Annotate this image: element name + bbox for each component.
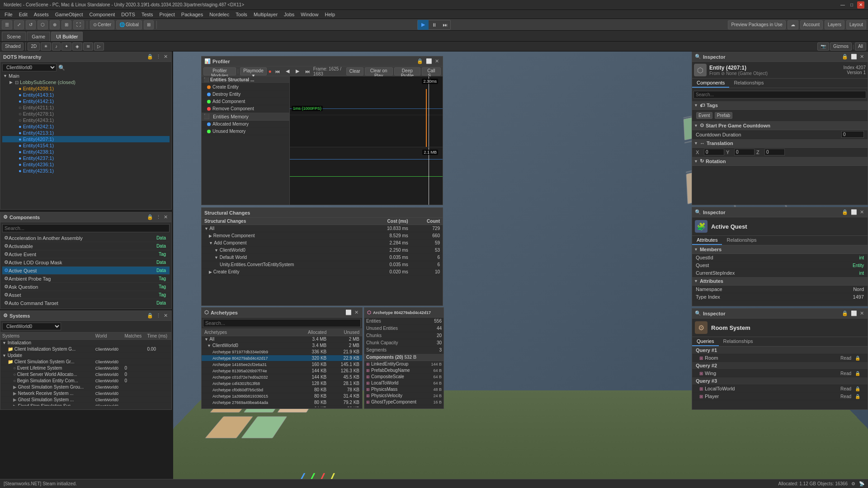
component-ask-question[interactable]: ⚙ Ask Question Tag [2,283,170,291]
profiler-close-button[interactable]: ✕ [434,58,440,64]
profiler-add-component[interactable]: Add Component [202,98,289,105]
z-input[interactable] [764,149,785,155]
pause-button[interactable]: ⏸ [429,20,439,30]
profiler-entities-memory[interactable]: ⬛ Entities Memory [202,113,289,121]
skybox-button[interactable]: ◈ [72,42,82,51]
archetypes-maximize-button[interactable]: ⬜ [344,310,353,315]
inspector3-tab-relationships[interactable]: Relationships [719,337,758,346]
global-button[interactable]: 🌐 Global [116,20,142,29]
menu-window[interactable]: Window [298,11,321,18]
anim-button[interactable]: ▷ [94,42,104,51]
inspector1-close-button[interactable]: ✕ [859,54,865,60]
inspector1-search[interactable] [693,91,866,99]
maximize-button[interactable]: □ [848,1,855,9]
preview-packages-button[interactable]: Preview Packages in Use [728,20,785,29]
profiler-back-button[interactable]: ⏮ [273,66,282,76]
struct-row-clientworld0[interactable]: ▼ ClientWorld0 2.250 ms 53 [202,247,443,254]
layers-button[interactable]: Layers [825,20,844,29]
components-search[interactable] [2,224,170,232]
arch-row-10[interactable]: Archetype fb30ac782780fd16 64 KB 30 KB [202,406,362,408]
systems-row-event-lifetime[interactable]: ○ Event Lifetime System ClientWorld0 0 [0,365,171,371]
grid-button[interactable]: ⊞ [144,20,154,29]
toolbar-btn-2[interactable]: ⤢ [14,20,24,29]
countdown-input[interactable] [841,131,864,138]
inspector2-members-section[interactable]: ▼ Members [692,245,868,254]
inspector2-maximize-button[interactable]: ⬜ [850,209,858,215]
struct-row-remove-component[interactable]: ▶ Remove Component 8.529 ms 660 [202,232,443,239]
shaded-button[interactable]: Shaded [2,42,24,51]
arch-row-all[interactable]: ▼ All 3.4 MB 2 MB [202,336,362,343]
hierarchy-search-button[interactable]: 🔍 [58,65,65,71]
profiler-prev-button[interactable]: ◀ [283,66,292,76]
arch-row-1[interactable]: Archetype 971977db334e09b9 336 KB 21.9 K… [202,349,362,355]
menu-tools[interactable]: Tools [233,11,250,18]
toolbar-btn-4[interactable]: ⬡ [38,20,48,29]
y-input[interactable] [734,149,755,155]
components-menu-button[interactable]: ⋮ [155,214,162,220]
tab-scene[interactable]: Scene [2,32,26,41]
profiler-entities-structural[interactable]: ⬛ Entities Structural ... [202,76,289,84]
component-ambient-probe[interactable]: ⚙ Ambient Probe Tag Tag [2,275,170,283]
world-selector-hierarchy[interactable]: ClientWorld0 [2,64,57,71]
inspector2-tab-attributes[interactable]: Attributes [692,236,722,245]
arch-row-6[interactable]: Archetype c4f4301f913f68 128 KB 28.1 KB [202,380,362,387]
systems-row-update[interactable]: ▼ Update [0,352,171,359]
component-asset[interactable]: ⚙ Asset Tag [2,291,170,299]
arch-row-8[interactable]: Archetype 1a3986b819336015 80 KB 31.4 KB [202,393,362,399]
systems-lock-button[interactable]: 🔒 [146,313,154,319]
systems-row-ghost-sim-group[interactable]: ▶ Ghost Simulation System Grou... Client… [0,384,171,390]
menu-edit[interactable]: Edit [16,11,30,18]
center-button[interactable]: ⊙ Center [90,20,114,29]
clear-button[interactable]: Clear [346,67,363,75]
struct-row-add-component[interactable]: ▼ Add Component 2.284 ms 59 [202,239,443,247]
component-acceleration[interactable]: ⚙ Acceleration In Another Assembly Data [2,234,170,242]
profiler-allocated-memory[interactable]: Allocated Memory [202,121,289,128]
playmode-button[interactable]: Playmode ▼ [240,67,267,75]
inspector2-tab-relationships[interactable]: Relationships [722,236,761,245]
components-close-button[interactable]: ✕ [163,214,169,220]
archetypes-search[interactable] [203,319,361,327]
hierarchy-item-4142[interactable]: ● Entity(4142:1) [2,98,170,104]
clear-on-play-button[interactable]: Clear on Play [365,67,393,75]
x-input[interactable] [704,149,724,155]
fog-button[interactable]: ≋ [83,42,93,51]
menu-jobs[interactable]: Jobs [281,11,297,18]
profiler-remove-component[interactable]: Remove Component [202,105,289,113]
hierarchy-item-4208[interactable]: ● Entity(4208:1) [2,85,170,92]
inspector3-close-button[interactable]: ✕ [859,310,865,316]
fx-button[interactable]: ✦ [61,42,71,51]
call-stack-button[interactable]: Call S... [422,67,441,75]
toolbar-btn-6[interactable]: ⊞ [61,20,71,29]
component-active-event[interactable]: ⚙ Active Event Tag [2,250,170,258]
profiler-destroy-entity[interactable]: Destroy Entity [202,91,289,98]
camera-icon-button[interactable]: 📷 [817,42,829,51]
menu-assets[interactable]: Assets [31,11,52,18]
struct-row-all[interactable]: ▼ All 10.833 ms 729 [202,225,443,232]
inspector1-tags-section[interactable]: ▼ 🏷 Tags [692,101,868,110]
hierarchy-lock-button[interactable]: 🔒 [146,54,154,60]
profiler-unused-memory[interactable]: Unused Memory [202,128,289,135]
component-activatable[interactable]: ⚙ Activatable Data [2,242,170,250]
systems-menu-button[interactable]: ⋮ [155,313,162,319]
profiler-maximize-button[interactable]: ⬜ [425,58,433,64]
hierarchy-close-button[interactable]: ✕ [163,54,169,60]
inspector3-maximize-button[interactable]: ⬜ [850,310,858,316]
systems-row-network-receive[interactable]: ▶ Network Receive System ... ClientWorld… [0,390,171,397]
layout-button[interactable]: Layout [846,20,866,29]
arch-row-7[interactable]: Archetype cf0d60df7b5c5bd 80 KB 78 KB [202,387,362,393]
systems-row-client-init[interactable]: 📁 Client Initialization System G... Clie… [0,346,171,352]
hierarchy-item-4211[interactable]: ○ Entity(4211:1) [2,104,170,111]
struct-row-convert-entity[interactable]: Unity.Entities.ConvertToEntitySystem 0.0… [202,261,443,268]
inspector1-translation-section[interactable]: ▼ ↔ Translation [692,139,868,148]
profiler-create-entity[interactable]: Create Entity [202,84,289,91]
hierarchy-item-main[interactable]: ▼ Main [2,73,170,79]
component-active-quest[interactable]: ⚙ Active Quest Data [2,267,170,275]
profiler-modules-button[interactable]: Profiler Modules [203,67,236,75]
systems-row-client-server[interactable]: ○ Client Server World Allocato... Client… [0,371,171,378]
menu-multiplayer[interactable]: Multiplayer [251,11,280,18]
systems-row-ghost-sim[interactable]: ▶ Ghost Simulation System ... ClientWorl… [0,397,171,403]
hierarchy-menu-button[interactable]: ⋮ [155,54,162,60]
inspector1-maximize-button[interactable]: ⬜ [850,54,858,60]
systems-row-fixed-step[interactable]: ▶ Fixed Step Simulation Sys... ClientWor… [0,403,171,406]
inspector2-lock-button[interactable]: 🔒 [841,209,849,215]
